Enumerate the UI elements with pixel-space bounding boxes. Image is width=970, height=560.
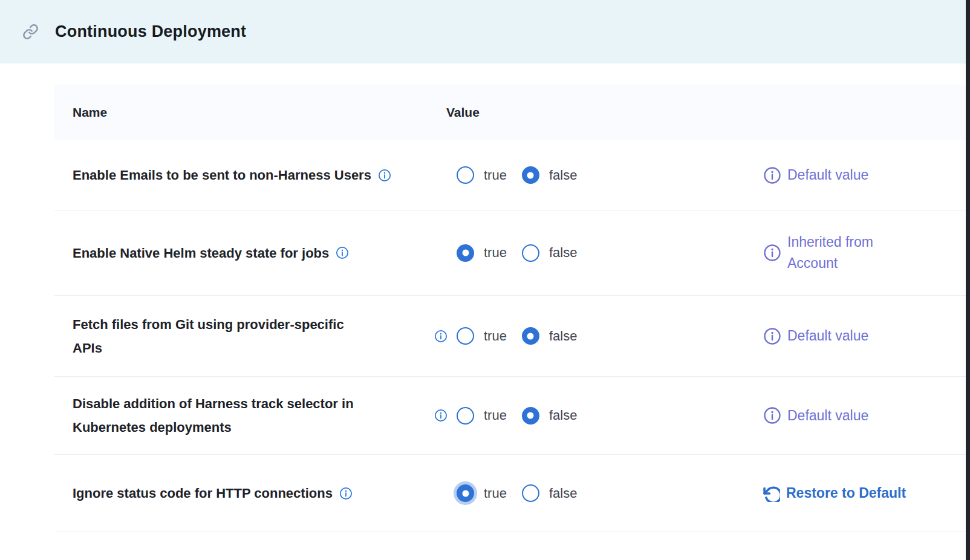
- info-circle-icon[interactable]: [763, 244, 781, 262]
- info-circle-icon[interactable]: [763, 327, 781, 345]
- radio-false-selected[interactable]: [522, 166, 539, 184]
- restore-icon[interactable]: [763, 485, 780, 502]
- restore-button-label: Restore to Default: [786, 483, 906, 504]
- table-row: Enable Native Helm steady state for jobs…: [54, 210, 966, 296]
- setting-value-cell: true false: [434, 484, 763, 502]
- setting-name-cell: Disable addition of Harness track select…: [54, 392, 434, 439]
- radio-option-false[interactable]: false: [522, 407, 577, 425]
- table-row: Disable addition of Harness track select…: [54, 377, 966, 455]
- table-row: Fetch files from Git using provider-spec…: [54, 296, 966, 377]
- radio-false-label: false: [549, 486, 577, 501]
- setting-status-cell: Inherited from Account: [763, 232, 966, 274]
- radio-option-true[interactable]: true: [457, 327, 507, 345]
- setting-value-cell: true false: [434, 166, 763, 184]
- radio-false-unselected[interactable]: [522, 484, 539, 502]
- setting-status-cell: Default value: [763, 405, 966, 426]
- page-title: Continuous Deployment: [55, 22, 246, 41]
- info-icon[interactable]: [336, 246, 349, 259]
- radio-option-true[interactable]: true: [457, 244, 507, 262]
- setting-status-cell: Default value: [763, 164, 966, 186]
- radio-true-label: true: [484, 328, 507, 344]
- radio-false-label: false: [549, 168, 577, 183]
- radio-true-unselected[interactable]: [457, 327, 474, 345]
- radio-option-true[interactable]: true: [457, 407, 507, 425]
- radio-true-unselected[interactable]: [457, 166, 474, 184]
- radio-false-selected[interactable]: [522, 327, 539, 345]
- info-icon[interactable]: [378, 169, 391, 182]
- setting-name-label: Fetch files from Git using provider-spec…: [73, 313, 344, 360]
- radio-option-true[interactable]: true: [457, 484, 507, 502]
- info-circle-icon[interactable]: [763, 166, 781, 184]
- radio-option-false[interactable]: false: [522, 327, 577, 345]
- status-badge: Inherited from Account: [787, 232, 873, 274]
- radio-option-true[interactable]: true: [457, 166, 507, 184]
- setting-value-cell: true false: [434, 407, 763, 425]
- setting-name-label: Enable Native Helm steady state for jobs: [73, 241, 329, 265]
- table-row: Enable Emails to be sent to non-Harness …: [54, 140, 966, 210]
- status-badge: Default value: [787, 405, 868, 426]
- setting-status-cell: Default value: [763, 325, 966, 347]
- radio-option-false[interactable]: false: [522, 244, 577, 262]
- info-circle-icon[interactable]: [763, 406, 781, 425]
- column-header-name: Name: [54, 105, 446, 120]
- table-header-row: Name Value: [54, 85, 966, 140]
- radio-true-label: true: [484, 245, 507, 261]
- info-icon[interactable]: [339, 487, 353, 500]
- section-header: Continuous Deployment: [0, 0, 970, 63]
- setting-name-cell: Enable Emails to be sent to non-Harness …: [54, 163, 434, 187]
- radio-option-false[interactable]: false: [522, 166, 577, 184]
- screen-edge: [966, 0, 970, 560]
- radio-true-selected[interactable]: [457, 244, 474, 262]
- radio-false-label: false: [549, 408, 577, 423]
- status-badge: Default value: [787, 325, 868, 347]
- setting-value-cell: true false: [434, 327, 763, 345]
- setting-name-label: Enable Emails to be sent to non-Harness …: [73, 163, 371, 187]
- radio-true-unselected[interactable]: [457, 407, 474, 425]
- radio-false-unselected[interactable]: [522, 244, 539, 262]
- setting-name-cell: Enable Native Helm steady state for jobs: [54, 241, 434, 265]
- radio-false-label: false: [549, 328, 577, 344]
- setting-value-cell: true false: [434, 244, 763, 262]
- setting-name-cell: Fetch files from Git using provider-spec…: [54, 313, 434, 360]
- radio-true-label: true: [484, 168, 507, 183]
- link-icon[interactable]: [22, 24, 39, 40]
- info-icon[interactable]: [434, 330, 457, 343]
- radio-true-selected-focused[interactable]: [457, 484, 474, 502]
- radio-false-selected[interactable]: [522, 407, 539, 425]
- table-row: Ignore status code for HTTP connections …: [54, 455, 966, 532]
- radio-true-label: true: [484, 486, 507, 501]
- settings-table: Name Value Enable Emails to be sent to n…: [54, 85, 966, 532]
- setting-name-cell: Ignore status code for HTTP connections: [54, 481, 434, 505]
- radio-false-label: false: [549, 245, 577, 261]
- info-icon[interactable]: [434, 409, 457, 422]
- radio-option-false[interactable]: false: [522, 484, 577, 502]
- setting-name-label: Disable addition of Harness track select…: [73, 392, 354, 439]
- column-header-value: Value: [446, 105, 480, 120]
- status-badge: Default value: [787, 164, 868, 186]
- radio-true-label: true: [484, 408, 507, 423]
- restore-to-default-button[interactable]: Restore to Default: [763, 483, 966, 504]
- setting-name-label: Ignore status code for HTTP connections: [73, 481, 333, 505]
